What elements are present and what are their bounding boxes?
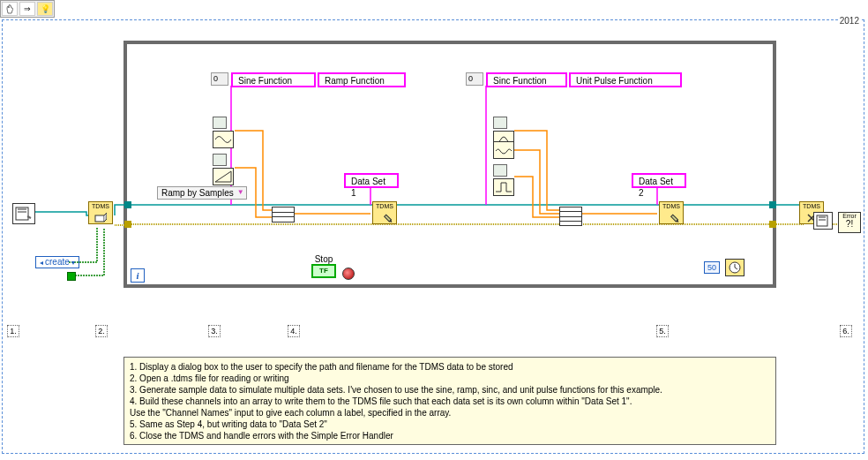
step-marker-3: 3. <box>208 325 221 337</box>
step-marker-2: 2. <box>95 325 108 337</box>
toolbar: ⇒ 💡 <box>0 0 55 18</box>
pan-tool-button[interactable] <box>2 2 18 16</box>
array2-ch2[interactable]: Unit Pulse Function <box>569 72 682 87</box>
sine-ring[interactable] <box>213 117 227 129</box>
array1-index[interactable]: 0 <box>211 72 228 86</box>
wait-ms-node[interactable] <box>725 259 745 276</box>
tdms-label: TDMS <box>376 203 393 209</box>
tdms-write-1[interactable]: TDMS <box>372 201 397 224</box>
data-set-1-label[interactable]: Data Set 1 <box>344 173 399 188</box>
bool-true-constant[interactable] <box>67 272 76 281</box>
tdms-open-node[interactable]: TDMS <box>88 201 113 224</box>
stop-group: Stop TF <box>311 254 336 278</box>
step-marker-4: 4. <box>288 325 300 337</box>
step-marker-1: 1. <box>7 325 19 337</box>
sine-function-node[interactable] <box>213 131 234 148</box>
note-line-1: 1. Display a dialog box to the user to s… <box>130 361 770 373</box>
pulse-stack <box>493 164 514 196</box>
notes-box: 1. Display a dialog box to the user to s… <box>123 357 776 445</box>
sinc2-function-node[interactable] <box>493 141 514 159</box>
stop-button-terminal[interactable]: TF <box>311 264 336 278</box>
array1-ch1[interactable]: Sine Function <box>231 72 316 87</box>
array2-index[interactable]: 0 <box>466 72 483 86</box>
build-array-2[interactable] <box>559 207 582 226</box>
stop-label: Stop <box>311 254 336 264</box>
highlight-tool-button[interactable]: 💡 <box>37 2 53 16</box>
ramp-ring[interactable] <box>213 154 227 166</box>
data-set-2-label[interactable]: Data Set 2 <box>632 173 686 188</box>
step-marker-6: 6. <box>840 325 852 337</box>
note-line-4b: Use the "Channel Names" input to give ea… <box>130 407 770 419</box>
ramp-by-samples-selector[interactable]: Ramp by Samples <box>157 186 247 200</box>
ramp-gen-stack <box>213 154 234 185</box>
svg-rect-5 <box>95 215 104 222</box>
error-handler-node[interactable]: Error?! <box>838 212 861 233</box>
array1-ch2[interactable]: Ramp Function <box>318 72 406 87</box>
pulse-ring[interactable] <box>493 164 507 177</box>
tdms-label: TDMS <box>803 203 820 209</box>
file-dialog-node[interactable] <box>12 203 35 224</box>
sinc-ring[interactable] <box>493 117 507 129</box>
array2-ch1[interactable]: Sinc Function <box>486 72 567 87</box>
wait-ms-constant[interactable]: 50 <box>704 261 720 274</box>
svg-rect-6 <box>385 215 392 222</box>
note-line-2: 2. Open a .tdms file for reading or writ… <box>130 373 770 384</box>
ramp-function-node[interactable] <box>213 168 234 185</box>
sinc2-stack <box>493 141 514 159</box>
note-line-6: 6. Close the TDMS and handle errors with… <box>130 430 770 441</box>
loop-stop-condition[interactable] <box>342 268 355 280</box>
tdms-label: TDMS <box>662 203 680 209</box>
loop-iteration-terminal: i <box>131 268 145 283</box>
tdms-label: TDMS <box>92 203 109 209</box>
sine-gen-stack <box>213 117 234 148</box>
note-line-4: 4. Build these channels into an array to… <box>130 396 770 407</box>
note-line-5: 5. Same as Step 4, but writing data to "… <box>130 419 770 430</box>
arrow-tool-button[interactable]: ⇒ <box>19 2 35 16</box>
note-line-3: 3. Generate sample data to simulate mult… <box>130 384 770 396</box>
unit-pulse-function-node[interactable] <box>493 178 514 196</box>
file-close-icon[interactable] <box>813 212 833 230</box>
create-mode-constant[interactable]: create <box>35 256 79 268</box>
step-marker-5: 5. <box>656 325 669 337</box>
error-label: Error <box>842 213 857 219</box>
year-label: 2012 <box>838 16 861 26</box>
build-array-1[interactable] <box>272 207 295 222</box>
tdms-write-2[interactable]: TDMS <box>659 201 684 224</box>
svg-rect-7 <box>671 215 678 222</box>
